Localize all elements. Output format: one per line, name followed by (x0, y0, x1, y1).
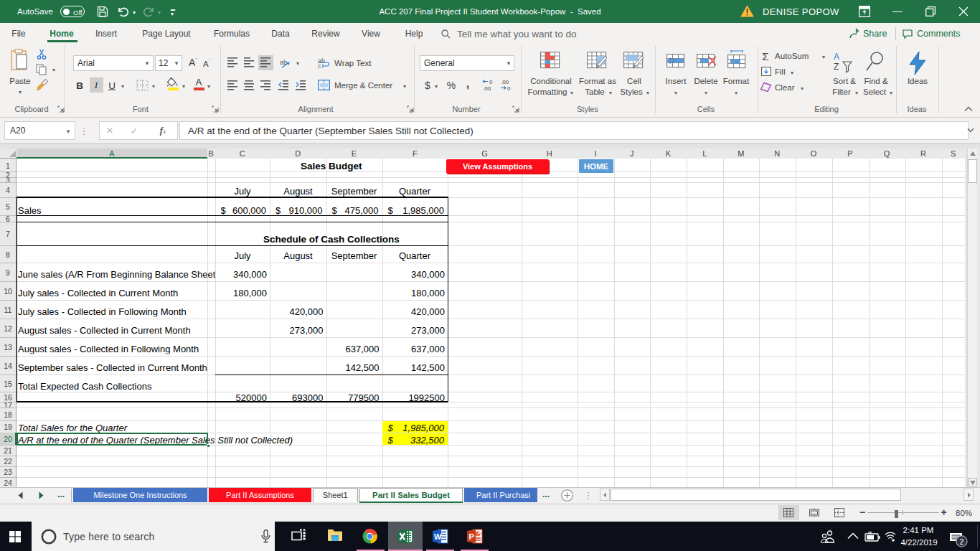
svg-text:0: 0 (507, 85, 511, 92)
svg-text:Z: Z (834, 62, 839, 72)
svg-text:2: 2 (959, 537, 963, 546)
svg-text:P: P (469, 532, 474, 541)
svg-text:W: W (434, 532, 442, 541)
svg-text:.00: .00 (483, 85, 491, 92)
svg-text:c: c (318, 62, 321, 70)
svg-text:A: A (834, 52, 839, 62)
